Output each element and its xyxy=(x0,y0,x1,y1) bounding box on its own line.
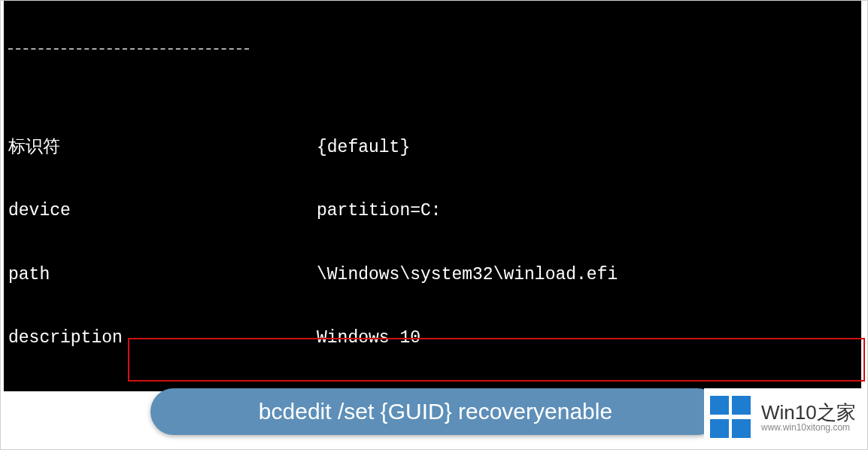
watermark-url: www.win10xitong.com xyxy=(761,422,856,433)
entry-identifier: 标识符{default} xyxy=(8,137,861,158)
windows-logo-icon xyxy=(710,396,754,439)
watermark-title: Win10之家 xyxy=(761,403,856,422)
callout-text: bcdedit /set {GUID} recoveryenable xyxy=(259,399,612,424)
entry-path: path\Windows\system32\winload.efi xyxy=(8,264,861,285)
entry-description: descriptionWindows 10 xyxy=(8,327,861,348)
bcd-entries: 标识符{default} devicepartition=C: path\Win… xyxy=(8,95,861,391)
entry-device: devicepartition=C: xyxy=(8,200,861,221)
divider xyxy=(8,48,249,50)
site-watermark: Win10之家 www.win10xitong.com xyxy=(704,388,866,447)
instruction-callout: bcdedit /set {GUID} recoveryenable xyxy=(150,388,721,435)
command-terminal[interactable]: 标识符{default} devicepartition=C: path\Win… xyxy=(4,0,861,391)
